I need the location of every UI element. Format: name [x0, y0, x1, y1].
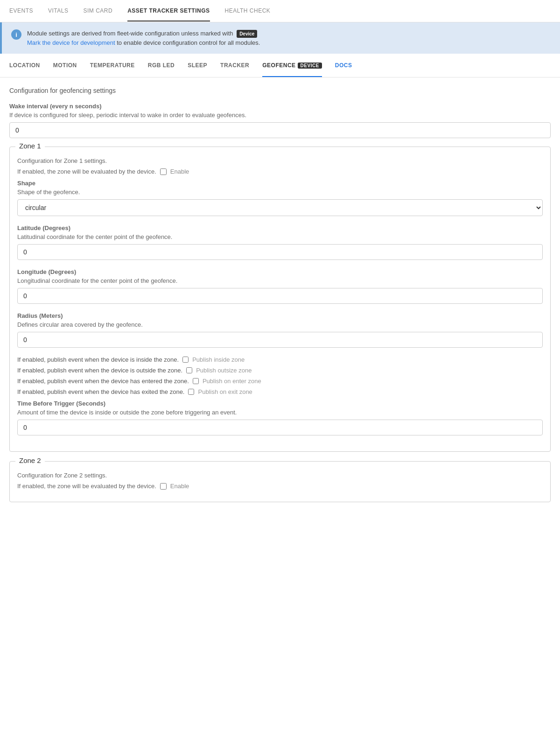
tab-motion[interactable]: MOTION [53, 55, 77, 77]
wake-interval-input[interactable] [9, 122, 551, 138]
zone-2-card: Zone 2 Configuration for Zone 2 settings… [9, 461, 551, 502]
zone-1-time-trigger-label: Time Before Trigger (Seconds) [17, 400, 543, 407]
zone-1-longitude-group: Longitude (Degrees) Longitudinal coordin… [17, 268, 543, 304]
tab-temperature[interactable]: TEMPERATURE [90, 55, 135, 77]
zone-1-latitude-desc: Latitudinal coordinate for the center po… [17, 233, 543, 240]
zone-1-publish-enter-checkbox[interactable] [193, 378, 199, 384]
tab-docs[interactable]: DOCS [335, 55, 352, 77]
zone-1-radius-group: Radius (Meters) Defines circular area co… [17, 312, 543, 348]
zone-1-shape-select[interactable]: circular polygonal [17, 199, 543, 216]
zone-1-latitude-input[interactable] [17, 244, 543, 260]
nav-simcard[interactable]: SIM CARD [83, 1, 112, 21]
geofence-device-badge: Device [298, 63, 322, 69]
nav-vitals[interactable]: VITALS [48, 1, 68, 21]
zone-1-title: Zone 1 [15, 142, 45, 150]
zone-1-publish-enter-row: If enabled, publish event when the devic… [17, 378, 543, 385]
zone-1-longitude-input[interactable] [17, 288, 543, 304]
geofence-description: Configuration for geofencing settings [9, 87, 551, 94]
zone-1-time-trigger-input[interactable] [17, 420, 543, 435]
nav-events[interactable]: EVENTS [9, 1, 33, 21]
section-tabs: LOCATION MOTION TEMPERATURE RGB LED SLEE… [0, 55, 560, 77]
zone-1-longitude-label: Longitude (Degrees) [17, 268, 543, 275]
tab-geofence[interactable]: GEOFENCEDevice [262, 55, 322, 77]
zone-1-enable-checkbox[interactable] [160, 168, 167, 175]
zone-1-enable-row: If enabled, the zone will be evaluated b… [17, 168, 543, 175]
zone-1-enable-checkbox-label: Enable [170, 168, 189, 175]
wake-interval-group: Wake interval (every n seconds) If devic… [9, 103, 551, 138]
zone-1-time-trigger-desc: Amount of time the device is inside or o… [17, 409, 543, 416]
zone-1-shape-label: Shape [17, 180, 543, 187]
main-content: Configuration for geofencing settings Wa… [0, 77, 560, 521]
zone-1-publish-exit-text: If enabled, publish event when the devic… [17, 388, 184, 395]
zone-2-enable-checkbox[interactable] [160, 483, 167, 490]
zone-2-enable-checkbox-label: Enable [170, 483, 189, 490]
mark-device-link[interactable]: Mark the device for development [27, 39, 115, 46]
zone-1-publish-enter-text: If enabled, publish event when the devic… [17, 378, 189, 385]
tab-tracker[interactable]: TRACKER [220, 55, 249, 77]
zone-2-enable-text: If enabled, the zone will be evaluated b… [17, 483, 156, 490]
device-badge: Device [237, 30, 257, 38]
zone-2-title: Zone 2 [15, 456, 45, 464]
zone-1-latitude-label: Latitude (Degrees) [17, 224, 543, 231]
zone-1-publish-enter-label: Publish on enter zone [203, 378, 261, 385]
zone-1-publish-inside-label: Publish inside zone [192, 356, 245, 363]
zone-1-time-trigger-group: Time Before Trigger (Seconds) Amount of … [17, 400, 543, 435]
zone-1-desc: Configuration for Zone 1 settings. [17, 157, 543, 164]
zone-1-radius-input[interactable] [17, 332, 543, 348]
nav-asset-tracker[interactable]: ASSET TRACKER SETTINGS [127, 1, 210, 21]
info-icon: i [11, 29, 21, 40]
info-banner: i Module settings are derived from fleet… [0, 22, 560, 54]
zone-1-publish-exit-label: Publish on exit zone [198, 388, 252, 395]
top-nav: EVENTS VITALS SIM CARD ASSET TRACKER SET… [0, 0, 560, 22]
zone-1-radius-desc: Defines circular area covered by the geo… [17, 321, 543, 328]
zone-1-radius-label: Radius (Meters) [17, 312, 543, 319]
zone-1-publish-inside-row: If enabled, publish event when the devic… [17, 356, 543, 363]
zone-1-shape-group: Shape Shape of the geofence. circular po… [17, 180, 543, 216]
zone-1-publish-inside-checkbox[interactable] [182, 357, 189, 363]
zone-1-enable-text: If enabled, the zone will be evaluated b… [17, 168, 156, 175]
zone-1-publish-exit-checkbox[interactable] [188, 389, 194, 395]
zone-1-publish-outside-row: If enabled, publish event when the devic… [17, 367, 543, 374]
zone-1-publish-inside-text: If enabled, publish event when the devic… [17, 356, 179, 363]
tab-rgb-led[interactable]: RGB LED [148, 55, 175, 77]
zone-1-publish-outside-checkbox[interactable] [186, 367, 192, 373]
zone-1-publish-outside-label: Publish outsize zone [196, 367, 252, 374]
banner-text-main: Module settings are derived from fleet-w… [27, 30, 233, 37]
zone-1-publish-exit-row: If enabled, publish event when the devic… [17, 388, 543, 395]
zone-2-enable-row: If enabled, the zone will be evaluated b… [17, 483, 543, 490]
zone-1-longitude-desc: Longitudinal coordinate for the center p… [17, 277, 543, 284]
zone-2-desc: Configuration for Zone 2 settings. [17, 472, 543, 479]
wake-interval-label: Wake interval (every n seconds) [9, 103, 551, 110]
zone-1-shape-desc: Shape of the geofence. [17, 189, 543, 196]
zone-1-publish-outside-text: If enabled, publish event when the devic… [17, 367, 182, 374]
zone-1-latitude-group: Latitude (Degrees) Latitudinal coordinat… [17, 224, 543, 260]
tab-location[interactable]: LOCATION [9, 55, 40, 77]
nav-health-check[interactable]: HEALTH CHECK [225, 1, 271, 21]
wake-interval-desc: If device is configured for sleep, perio… [9, 112, 551, 119]
banner-text: Module settings are derived from fleet-w… [27, 29, 260, 47]
tab-sleep[interactable]: SLEEP [188, 55, 207, 77]
banner-link-suffix: to enable device configuration control f… [117, 39, 260, 46]
zone-1-card: Zone 1 Configuration for Zone 1 settings… [9, 147, 551, 452]
